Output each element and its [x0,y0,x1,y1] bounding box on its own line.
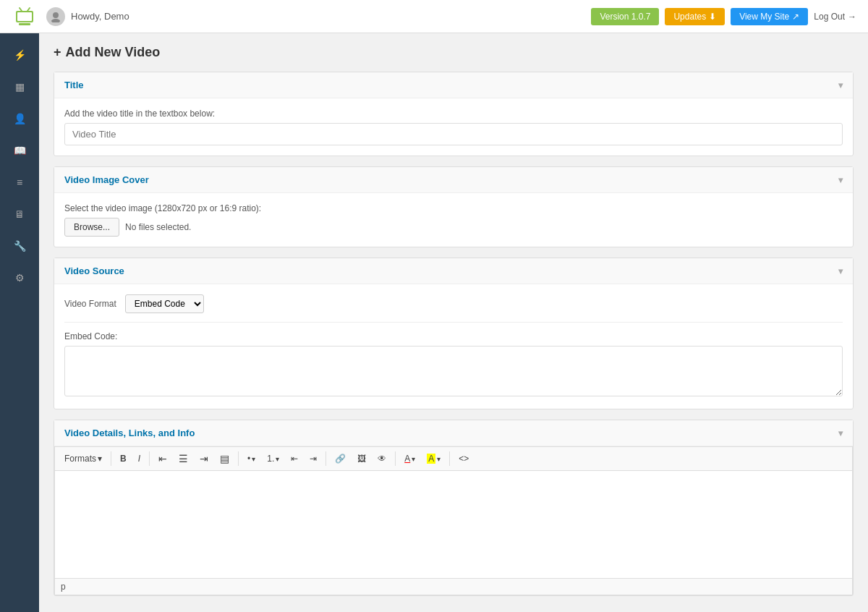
align-right-button[interactable]: ⇥ [195,450,213,467]
bullet-icon: • [247,454,250,464]
bold-button[interactable]: B [115,451,132,467]
videos-icon: ▦ [15,81,25,93]
title-panel: Title ▾ Add the video title in the textb… [54,72,854,156]
link-button[interactable]: 🔗 [330,451,351,467]
image-panel-body: Select the video image (1280x720 px or 1… [54,193,853,247]
sidebar-item-tools[interactable]: 🔧 [0,230,39,262]
numbered-icon: 1. [267,454,274,464]
image-panel-header[interactable]: Video Image Cover ▾ [54,167,853,193]
title-panel-header[interactable]: Title ▾ [54,72,853,98]
image-button[interactable]: 🖼 [352,451,371,467]
toolbar-sep-5 [395,451,396,466]
source-panel-label: Video Source [64,265,124,276]
video-format-select[interactable]: Embed Code MP4 YouTube Vimeo [125,294,204,313]
details-panel-header[interactable]: Video Details, Links, and Info ▾ [54,420,853,446]
external-link-icon: ↗ [792,12,799,22]
editor-body[interactable] [54,470,853,579]
source-panel-chevron: ▾ [838,266,843,276]
align-left-icon: ⇤ [158,453,167,464]
image-panel-label: Video Image Cover [64,174,149,185]
format-label: Video Format [64,299,116,309]
image-field-label: Select the video image (1280x720 px or 1… [64,203,843,213]
toolbar-sep-6 [449,451,450,466]
editor-toolbar: Formats ▾ B I ⇤ ☰ ⇥ [54,446,853,470]
details-panel: Video Details, Links, and Info ▾ Formats… [54,420,854,596]
no-files-text: No files selected. [125,222,191,232]
svg-rect-1 [19,23,30,25]
svg-rect-2 [17,12,32,21]
sidebar-item-list[interactable]: ≡ [0,166,39,198]
details-panel-label: Video Details, Links, and Info [64,428,195,438]
viewsite-label: View My Site [739,12,789,22]
italic-button[interactable]: I [133,451,145,467]
image-panel-chevron: ▾ [838,175,843,185]
font-color-button[interactable]: A ▾ [399,451,420,467]
sidebar-item-settings[interactable]: ⚙ [0,262,39,294]
preview-button[interactable]: 👁 [373,451,391,467]
logout-label: Log Out [814,12,845,22]
sidebar-item-screen[interactable]: 🖥 [0,198,39,230]
main-layout: ⚡ ▦ 👤 📖 ≡ 🖥 🔧 ⚙ + Add New Video [0,33,868,612]
source-panel: Video Source ▾ Video Format Embed Code M… [54,258,854,409]
version-button[interactable]: Version 1.0.7 [591,8,659,25]
source-code-button[interactable]: <> [454,451,474,467]
list-icon: ≡ [17,177,22,188]
browse-row: Browse... No files selected. [64,218,843,237]
page-title-text: Add New Video [66,45,161,60]
sidebar-item-books[interactable]: 📖 [0,135,39,166]
tools-icon: 🔧 [14,240,26,252]
outdent-button[interactable]: ⇤ [286,451,303,467]
editor-footer-tag: p [61,582,66,592]
align-right-icon: ⇥ [200,453,208,464]
image-icon: 🖼 [357,454,366,464]
preview-icon: 👁 [378,454,386,464]
browse-button[interactable]: Browse... [64,218,119,237]
topbar-user: Howdy, Demo [46,7,129,26]
sidebar-item-dashboard[interactable]: ⚡ [0,39,39,71]
bullet-list-button[interactable]: • ▾ [242,451,260,467]
align-left-button[interactable]: ⇤ [153,450,172,467]
bullet-dropdown-icon: ▾ [252,455,255,463]
link-icon: 🔗 [335,454,346,464]
title-field-label: Add the video title in the textbox below… [64,109,843,119]
formats-dropdown-icon: ▾ [98,454,102,464]
bg-color-button[interactable]: A ▾ [422,451,446,467]
align-justify-icon: ▤ [220,453,229,464]
align-justify-button[interactable]: ▤ [215,450,234,467]
sidebar-item-videos[interactable]: ▦ [0,71,39,103]
toolbar-sep-3 [238,451,239,466]
logout-icon: → [848,12,856,22]
screen-icon: 🖥 [14,208,25,220]
source-panel-body: Video Format Embed Code MP4 YouTube Vime… [54,284,853,409]
toolbar-sep-2 [149,451,150,466]
svg-line-3 [20,8,22,11]
sidebar-item-users[interactable]: 👤 [0,103,39,135]
toolbar-sep-1 [111,451,111,466]
logout-button[interactable]: Log Out → [814,12,856,22]
plus-icon: + [54,45,61,60]
user-label: Howdy, Demo [71,11,129,22]
source-panel-header[interactable]: Video Source ▾ [54,258,853,284]
title-input[interactable] [64,123,843,145]
svg-point-5 [53,12,59,18]
topbar-actions: Version 1.0.7 Updates ⬇ View My Site ↗ L… [591,8,856,25]
title-panel-body: Add the video title in the textbox below… [54,98,853,156]
embed-code-textarea[interactable] [64,346,843,396]
updates-button[interactable]: Updates ⬇ [665,8,725,25]
content-area: + Add New Video Title ▾ Add the video ti… [39,33,868,612]
font-color-dropdown-icon: ▾ [412,455,415,463]
indent-button[interactable]: ⇥ [305,451,322,467]
viewsite-button[interactable]: View My Site ↗ [731,8,808,25]
align-center-button[interactable]: ☰ [174,450,193,467]
outdent-icon: ⇤ [291,454,298,464]
numbered-list-button[interactable]: 1. ▾ [262,451,284,467]
numbered-dropdown-icon: ▾ [276,455,279,463]
settings-icon: ⚙ [15,272,25,284]
format-row: Video Format Embed Code MP4 YouTube Vime… [64,294,843,323]
formats-dropdown[interactable]: Formats ▾ [59,451,107,467]
title-panel-label: Title [64,80,84,90]
dashboard-icon: ⚡ [14,49,26,61]
books-icon: 📖 [14,145,26,156]
sidebar: ⚡ ▦ 👤 📖 ≡ 🖥 🔧 ⚙ [0,33,39,612]
indent-icon: ⇥ [310,454,317,464]
